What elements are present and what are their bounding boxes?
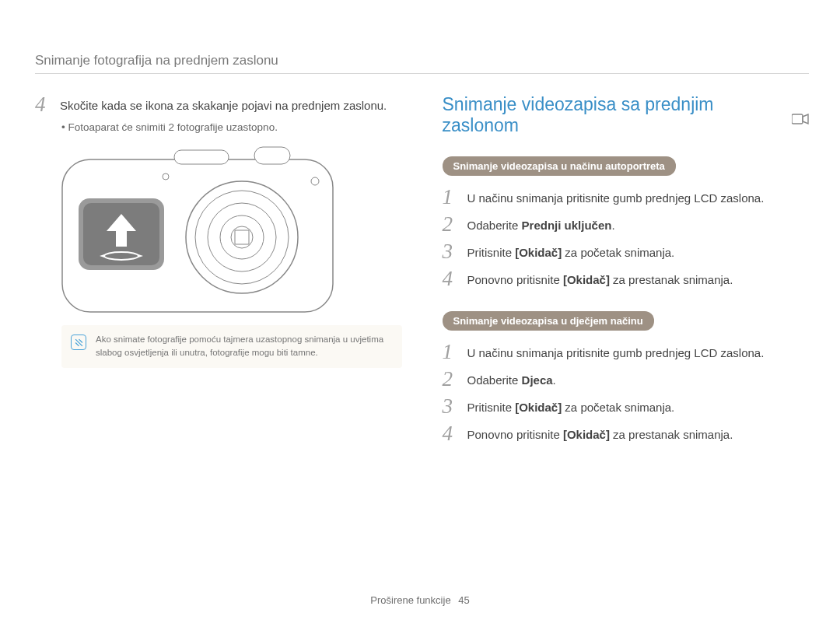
section-title-text: Snimanje videozapisa sa prednjim zaslono…	[443, 94, 785, 136]
step-number: 2	[443, 214, 460, 235]
video-mode-icon	[792, 109, 809, 121]
step-number: 4	[443, 423, 460, 444]
camera-illustration	[61, 145, 402, 313]
camera-svg	[61, 145, 334, 313]
text-bold: Prednji uključen	[522, 219, 612, 232]
step-number: 1	[443, 342, 460, 363]
page-footer: Proširene funkcije 45	[0, 594, 840, 606]
text-post: za prestanak snimanja.	[610, 273, 733, 286]
a-step-4: 4 Ponovno pritisnite [Okidač] za prestan…	[443, 268, 810, 289]
step-number: 4	[443, 268, 460, 289]
step-number: 1	[443, 187, 460, 208]
text-bold: Djeca	[522, 373, 553, 387]
text-post: za početak snimanja.	[562, 246, 674, 259]
step-text: U načinu snimanja pritisnite gumb prednj…	[467, 187, 765, 208]
step-text: Pritisnite [Okidač] za početak snimanja.	[467, 396, 675, 417]
step-number: 3	[443, 396, 460, 417]
text-pre: Pritisnite	[467, 246, 516, 259]
left-step-4: 4 Skočite kada se ikona za skakanje poja…	[35, 94, 402, 115]
left-column: 4 Skočite kada se ikona za skakanje poja…	[35, 94, 402, 450]
text-pre: Ponovno pritisnite	[467, 273, 563, 286]
left-sub-bullet: Fotoaparat će snimiti 2 fotografije uzas…	[61, 121, 402, 133]
step-text: Pritisnite [Okidač] za početak snimanja.	[467, 241, 675, 262]
text-post: .	[553, 373, 556, 387]
right-column: Snimanje videozapisa sa prednjim zaslono…	[443, 94, 810, 450]
text-post: .	[611, 219, 614, 232]
text-post: za prestanak snimanja.	[610, 428, 733, 441]
text-pre: Odaberite	[467, 219, 522, 232]
step-number: 4	[35, 94, 52, 115]
step-text: Odaberite Djeca.	[467, 369, 556, 390]
b-step-1: 1 U načinu snimanja pritisnite gumb pred…	[443, 342, 810, 363]
svg-rect-2	[254, 147, 290, 164]
text-pre: Ponovno pritisnite	[467, 428, 563, 441]
step-text: Odaberite Prednji uključen.	[467, 214, 615, 235]
a-step-1: 1 U načinu snimanja pritisnite gumb pred…	[443, 187, 810, 208]
text-bold: [Okidač]	[563, 428, 610, 441]
step-number: 3	[443, 241, 460, 262]
content-columns: 4 Skočite kada se ikona za skakanje poja…	[35, 94, 809, 450]
note-text: Ako snimate fotografije pomoću tajmera u…	[96, 333, 393, 360]
b-step-4: 4 Ponovno pritisnite [Okidač] za prestan…	[443, 423, 810, 444]
a-step-2: 2 Odaberite Prednji uključen.	[443, 214, 810, 235]
b-step-2: 2 Odaberite Djeca.	[443, 369, 810, 390]
step-text: U načinu snimanja pritisnite gumb prednj…	[467, 342, 765, 363]
text-pre: Pritisnite	[467, 401, 516, 414]
note-box: Ako snimate fotografije pomoću tajmera u…	[61, 325, 402, 368]
b-step-3: 3 Pritisnite [Okidač] za početak snimanj…	[443, 396, 810, 417]
note-icon	[71, 335, 86, 350]
text-bold: [Okidač]	[563, 273, 610, 286]
pill-autoportret: Snimanje videozapisa u načinu autoportre…	[443, 156, 676, 176]
text-bold: [Okidač]	[515, 246, 562, 259]
svg-point-7	[231, 226, 253, 248]
text-post: za početak snimanja.	[562, 401, 674, 414]
text-pre: Odaberite	[467, 373, 522, 387]
step-text: Ponovno pritisnite [Okidač] za prestanak…	[467, 268, 733, 289]
step-text: Skočite kada se ikona za skakanje pojavi…	[60, 94, 387, 115]
svg-marker-18	[803, 114, 808, 124]
svg-rect-1	[174, 150, 229, 164]
svg-rect-17	[792, 114, 803, 124]
footer-page-number: 45	[458, 594, 469, 606]
breadcrumb: Snimanje fotografija na prednjem zaslonu	[35, 53, 809, 74]
step-number: 2	[443, 369, 460, 390]
section-title: Snimanje videozapisa sa prednjim zaslono…	[443, 94, 810, 136]
pill-djecji: Snimanje videozapisa u dječjem načinu	[443, 311, 654, 331]
text-bold: [Okidač]	[515, 401, 562, 414]
a-step-3: 3 Pritisnite [Okidač] za početak snimanj…	[443, 241, 810, 262]
footer-section: Proširene funkcije	[370, 594, 450, 606]
step-text: Ponovno pritisnite [Okidač] za prestanak…	[467, 423, 733, 444]
